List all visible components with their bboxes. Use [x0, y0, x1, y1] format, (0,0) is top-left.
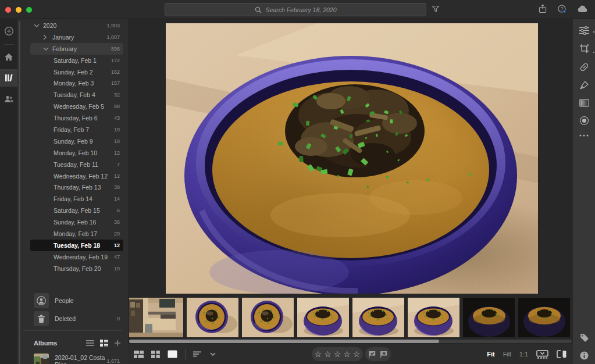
flag-reject-icon[interactable] [380, 351, 388, 358]
zoom-mode-fit[interactable]: Fit [487, 351, 494, 358]
tree-count: 10 [114, 266, 123, 272]
chevron-down-icon[interactable] [34, 24, 40, 27]
chevron-down-icon[interactable] [43, 47, 49, 51]
tree-row[interactable]: Tuesday, Feb 432 [30, 89, 123, 101]
tree-row[interactable]: Tuesday, Feb 117 [30, 159, 123, 170]
tree-label: Friday, Feb 14 [54, 195, 92, 202]
home-icon [4, 53, 13, 61]
tree-row[interactable]: Friday, Feb 710 [30, 124, 123, 135]
info-icon[interactable] [579, 351, 589, 361]
flag-pick-icon[interactable] [368, 351, 376, 358]
filmstrip-thumbnail-selected[interactable] [518, 298, 570, 337]
rail-scroll-dots [593, 31, 594, 53]
tree-row[interactable]: Friday, Feb 1414 [30, 193, 123, 205]
grid-photo-view-icon[interactable] [134, 351, 144, 358]
album-row[interactable]: 2020-01_02 Costa Rica1,671 [17, 352, 128, 364]
minimize-window-button[interactable] [16, 7, 22, 13]
nav-rail-my-photos[interactable] [0, 69, 17, 87]
star-icon[interactable]: ☆ [334, 350, 341, 358]
star-icon[interactable]: ☆ [324, 350, 332, 358]
share-icon[interactable] [539, 4, 547, 13]
album-count: 1,671 [106, 358, 120, 364]
zoom-window-button[interactable] [26, 7, 32, 13]
tree-label: Wednesday, Feb 19 [54, 254, 108, 260]
zoom-mode-1-1[interactable]: 1:1 [519, 351, 528, 358]
more-options-icon[interactable] [579, 134, 589, 137]
toolbar-divider [185, 349, 186, 359]
grid-square-view-icon[interactable] [151, 351, 160, 358]
tree-row[interactable]: Monday, Feb 1720 [30, 228, 123, 240]
close-window-button[interactable] [5, 7, 11, 13]
add-album-icon[interactable] [114, 340, 121, 347]
nav-rail-home[interactable] [0, 48, 17, 66]
tree-row[interactable]: Sunday, Feb 2162 [30, 66, 123, 78]
star-icon[interactable]: ☆ [315, 350, 322, 358]
tree-label: January [52, 34, 74, 41]
tree-row[interactable]: Sunday, Feb 1636 [30, 216, 123, 228]
main-canvas [128, 19, 573, 344]
filmstrip-thumbnail[interactable] [408, 298, 459, 337]
tree-row[interactable]: Monday, Feb 3157 [30, 77, 123, 89]
sidebar-item-deleted[interactable]: Deleted 0 [17, 310, 128, 327]
tree-count: 157 [111, 80, 123, 86]
tree-row[interactable]: Wednesday, Feb 1947 [30, 251, 123, 263]
tree-row[interactable]: February896 [30, 43, 123, 55]
tree-row[interactable]: Thursday, Feb 2010 [30, 263, 123, 274]
tree-row[interactable]: 20201,903 [30, 20, 123, 31]
list-view-icon[interactable] [86, 340, 94, 347]
sort-order-icon[interactable] [193, 351, 202, 357]
cloud-sync-icon[interactable] [577, 5, 588, 13]
tree-row[interactable]: Sunday, Feb 918 [30, 135, 123, 147]
left-nav-rail [0, 19, 17, 364]
sidebar-item-people[interactable]: People [17, 292, 128, 309]
tree-row[interactable]: January1,007 [30, 31, 123, 43]
tree-row[interactable]: Monday, Feb 1012 [30, 147, 123, 159]
deleted-label: Deleted [55, 315, 76, 322]
filmstrip-thumbnail[interactable] [129, 298, 183, 337]
tree-row[interactable]: Thursday, Feb 1338 [30, 181, 123, 193]
flag-controls [365, 347, 391, 361]
detail-view-icon[interactable] [168, 350, 177, 358]
linear-gradient-icon[interactable] [579, 99, 589, 107]
keyword-tag-icon[interactable] [579, 333, 589, 342]
healing-brush-icon[interactable] [579, 62, 589, 72]
search-input[interactable]: Search February 18, 2020 [165, 3, 426, 16]
star-icon[interactable]: ☆ [343, 350, 351, 358]
tree-row[interactable]: Wednesday, Feb 588 [30, 101, 123, 112]
tree-count: 36 [114, 219, 123, 225]
chevron-down-icon[interactable] [210, 352, 216, 356]
tree-count: 6 [117, 208, 123, 213]
star-rating[interactable]: ☆☆☆☆☆ [312, 347, 363, 361]
tree-row[interactable]: Wednesday, Feb 1212 [30, 170, 123, 182]
tree-label: Monday, Feb 10 [54, 149, 97, 156]
tree-row[interactable]: Thursday, Feb 643 [30, 112, 123, 124]
filter-funnel-icon[interactable] [432, 5, 440, 13]
window-controls [5, 7, 32, 13]
before-after-view-icon[interactable] [557, 350, 567, 358]
chevron-right-icon[interactable] [43, 34, 49, 40]
tree-row[interactable]: Tuesday, Feb 1812 [30, 240, 123, 251]
edit-sliders-icon[interactable] [579, 26, 589, 35]
filmstrip-thumbnail[interactable] [352, 298, 404, 337]
nav-rail-people-view[interactable] [0, 90, 17, 108]
tree-row[interactable]: Saturday, Feb 156 [30, 205, 123, 216]
filmstrip-toggle-icon[interactable] [536, 350, 548, 359]
radial-gradient-icon[interactable] [579, 116, 589, 126]
tree-row[interactable]: Saturday, Feb 1172 [30, 55, 123, 66]
photo-soup-bowl[interactable] [166, 23, 538, 294]
filmstrip-thumbnail[interactable] [463, 298, 515, 337]
tree-count: 14 [114, 196, 123, 202]
zoom-mode-fill[interactable]: Fill [503, 351, 511, 358]
star-icon[interactable]: ☆ [353, 350, 361, 358]
brush-icon[interactable] [579, 81, 589, 90]
help-icon[interactable]: ? [557, 4, 567, 13]
filmstrip-thumbnail[interactable] [187, 298, 238, 337]
filmstrip-thumbnail[interactable] [297, 298, 349, 337]
person-icon [34, 293, 49, 308]
detail-list-view-icon[interactable] [100, 340, 108, 347]
filmstrip-scrollbar[interactable] [129, 340, 572, 343]
crop-icon[interactable] [579, 44, 589, 53]
nav-rail-add-photos-button[interactable] [0, 22, 17, 40]
filmstrip-thumbnail[interactable] [242, 298, 294, 337]
filmstrip-scrollbar-thumb[interactable] [129, 340, 439, 343]
